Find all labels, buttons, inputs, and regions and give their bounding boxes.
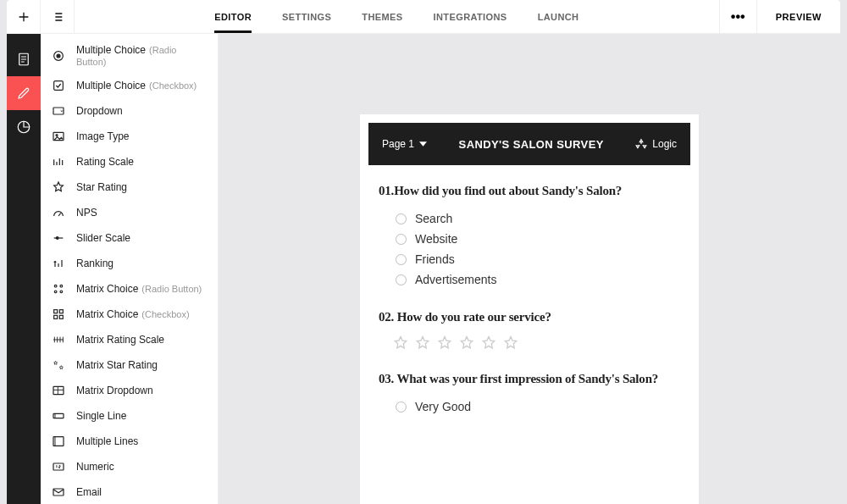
more-button[interactable]: ••• [719, 0, 756, 33]
palette-item-scale[interactable]: Rating Scale [41, 149, 218, 174]
list-button[interactable] [41, 0, 75, 34]
rail-analytics[interactable] [7, 110, 41, 144]
tab-integrations[interactable]: INTEGRATIONS [434, 0, 507, 33]
tab-settings[interactable]: SETTINGS [282, 0, 331, 33]
page-label: Page 1 [382, 138, 414, 150]
chevron-down-icon [419, 141, 427, 147]
palette-item-sublabel: (Radio Button) [76, 45, 176, 67]
palette-item-sublabel: (Radio Button) [141, 284, 202, 294]
option-label: Website [415, 232, 457, 246]
star-icon[interactable] [436, 335, 453, 352]
radio-icon [396, 274, 407, 285]
rail-pages[interactable] [7, 42, 41, 76]
star-icon [52, 180, 65, 194]
email-icon [52, 485, 65, 499]
svg-point-9 [54, 291, 57, 293]
svg-point-8 [54, 285, 57, 287]
survey-header: Page 1 SANDY'S SALON SURVEY Logic [368, 123, 690, 165]
star-icon[interactable] [414, 335, 431, 352]
star-icon[interactable] [480, 335, 497, 352]
list-icon [51, 10, 64, 24]
palette-item-radio[interactable]: Multiple Choice(Radio Button) [41, 39, 218, 73]
radio-icon [396, 402, 407, 413]
palette-item-slider[interactable]: Slider Scale [41, 225, 218, 251]
palette-item-label: Email [76, 486, 102, 498]
option-label: Search [415, 212, 452, 225]
matrix-drop-icon [52, 384, 65, 397]
logic-label: Logic [652, 138, 677, 150]
dropdown-icon [52, 104, 65, 118]
question-title: 02. How do you rate our service? [379, 310, 680, 324]
image-icon [52, 130, 65, 143]
svg-rect-13 [59, 310, 63, 313]
palette-item-single-line[interactable]: Single Line [41, 403, 218, 429]
palette-item-checkbox[interactable]: Multiple Choice(Checkbox) [41, 73, 218, 98]
radio-option[interactable]: Very Good [379, 396, 680, 417]
svg-point-2 [57, 54, 60, 58]
palette-item-image[interactable]: Image Type [41, 124, 218, 149]
tab-themes[interactable]: THEMES [362, 0, 402, 33]
svg-rect-15 [59, 315, 63, 318]
tab-launch[interactable]: LAUNCH [538, 0, 579, 33]
star-rating-row [379, 335, 680, 352]
matrix-radio-icon [52, 282, 65, 296]
rail-edit[interactable] [7, 76, 41, 110]
palette-item-multi-line[interactable]: Multiple Lines [41, 429, 218, 454]
svg-rect-16 [53, 386, 64, 394]
star-icon[interactable] [502, 335, 519, 352]
star-icon[interactable] [392, 335, 409, 352]
palette-item-label: Image Type [76, 130, 129, 142]
plus-icon [17, 10, 30, 24]
survey-title: SANDY'S SALON SURVEY [459, 138, 604, 151]
svg-rect-3 [54, 81, 64, 91]
palette-item-email[interactable]: Email [41, 479, 218, 504]
palette-item-numeric[interactable]: Numeric [41, 454, 218, 479]
page-selector[interactable]: Page 1 [382, 138, 427, 150]
page-icon [16, 52, 31, 67]
svg-point-6 [56, 135, 58, 136]
ranking-icon [52, 257, 65, 270]
palette-item-dropdown[interactable]: Dropdown [41, 98, 218, 124]
question-3: 03. What was your first impression of Sa… [379, 372, 680, 417]
matrix-check-icon [52, 307, 65, 321]
radio-icon [396, 254, 407, 265]
palette-item-label: Single Line [76, 410, 126, 422]
gauge-icon [52, 206, 65, 219]
numeric-icon [52, 460, 65, 474]
question-title: 03. What was your first impression of Sa… [379, 372, 680, 386]
option-label: Very Good [415, 400, 471, 413]
palette-item-matrix-star[interactable]: Matrix Star Rating [41, 352, 218, 378]
topbar: EDITOR SETTINGS THEMES INTEGRATIONS LAUN… [7, 0, 840, 34]
palette-item-label: NPS [76, 207, 97, 219]
palette-item-label: Slider Scale [76, 232, 130, 244]
radio-icon [396, 234, 407, 245]
palette-item-gauge[interactable]: NPS [41, 200, 218, 225]
star-icon[interactable] [458, 335, 475, 352]
palette-item-matrix-drop[interactable]: Matrix Dropdown [41, 378, 218, 403]
palette-item-label: Matrix Choice(Checkbox) [76, 308, 190, 320]
palette-item-star[interactable]: Star Rating [41, 174, 218, 200]
radio-icon [396, 213, 407, 224]
tab-editor[interactable]: EDITOR [214, 0, 252, 33]
palette-item-ranking[interactable]: Ranking [41, 251, 218, 276]
add-button[interactable] [7, 0, 41, 34]
palette-item-label: Matrix Choice(Radio Button) [76, 283, 202, 295]
matrix-scale-icon [52, 333, 65, 346]
radio-option[interactable]: Friends [379, 249, 680, 269]
palette-item-label: Ranking [76, 258, 113, 269]
radio-option[interactable]: Search [379, 208, 680, 229]
question-2: 02. How do you rate our service? [379, 310, 680, 352]
palette-item-matrix-check[interactable]: Matrix Choice(Checkbox) [41, 302, 218, 327]
palette-item-matrix-radio[interactable]: Matrix Choice(Radio Button) [41, 276, 218, 302]
radio-option[interactable]: Website [379, 229, 680, 249]
radio-option[interactable]: Advertisements [379, 269, 680, 290]
question-1: 01.How did you find out about Sandy's Sa… [379, 184, 680, 290]
palette-item-matrix-scale[interactable]: Matrix Rating Scale [41, 327, 218, 352]
preview-button[interactable]: PREVIEW [756, 0, 840, 33]
svg-rect-12 [54, 310, 58, 313]
palette-item-label: Matrix Dropdown [76, 385, 153, 396]
svg-point-11 [60, 291, 63, 293]
logic-button[interactable]: Logic [635, 138, 677, 150]
survey-card: Page 1 SANDY'S SALON SURVEY Logic 01.How… [360, 114, 699, 504]
palette-item-label: Rating Scale [76, 156, 134, 168]
